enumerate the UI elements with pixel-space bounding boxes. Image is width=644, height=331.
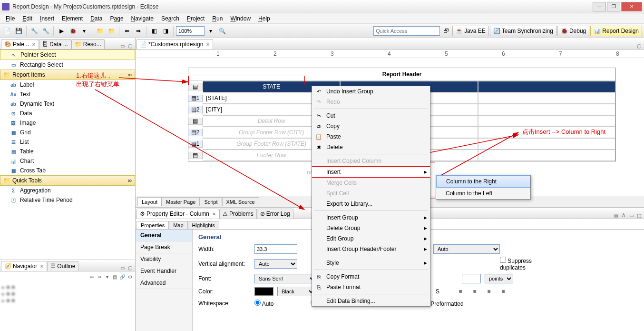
tab-problems[interactable]: ⚠Problems [219,209,257,219]
tool-button[interactable]: ◧ [149,26,159,36]
menu-insert[interactable]: Insert [36,14,58,23]
align-center-button[interactable]: ≡ [469,286,480,297]
ctx-copy-format[interactable]: ⎘Copy Format [312,271,430,282]
menu-navigate[interactable]: Navigate [127,14,157,23]
palette-item-list[interactable]: ☰List [0,137,135,147]
menu-data[interactable]: Data [87,14,106,23]
row-gutter-header[interactable]: ▤ [188,83,203,90]
menu-element[interactable]: Element [58,14,87,23]
menu-edit[interactable]: Edit [19,14,36,23]
tool-button[interactable]: 📁 [95,26,105,36]
align-right-button[interactable]: ≡ [484,286,494,297]
close-icon[interactable]: ✕ [212,211,216,217]
close-icon[interactable]: ✕ [40,264,44,269]
palette-item-image[interactable]: 🖼Image [0,118,135,128]
ctx-undo[interactable]: ↶Undo Insert Group [312,86,430,97]
maximize-view-icon[interactable]: ▢ [127,264,133,271]
suppress-checkbox[interactable] [500,257,506,263]
nav-menu-icon[interactable]: ⚙ [127,273,133,280]
tab-navigator[interactable]: 🧭Navigator✕ [1,261,47,271]
ctx-delete[interactable]: ✖Delete [312,142,430,152]
save-button[interactable]: 💾 [13,26,24,36]
ctx-insert-group-hf[interactable]: Insert Group Header/Footer▶ [312,244,430,254]
row-gutter-gfooter2[interactable]: ▤2 [188,129,203,136]
palette-group-report-items[interactable]: 📁Report Items∞ [0,70,135,80]
nav-tool-icon[interactable]: 🔗 [119,273,126,280]
new-button[interactable]: 📄 [2,26,12,36]
color-swatch[interactable] [254,287,273,296]
maximize-view-icon[interactable]: ▢ [127,42,133,49]
minimize-view-icon[interactable]: ▭ [628,212,634,219]
minimize-view-icon[interactable]: ▭ [119,264,126,271]
propcat-event-handler[interactable]: Event Handler [136,265,192,277]
ctx-edit-group[interactable]: Edit Group▶ [312,233,430,244]
color-select[interactable]: Black [277,287,315,296]
row-gutter-gfooter1[interactable]: ▤1 [188,140,203,148]
maximize-button[interactable]: ❐ [607,2,620,11]
view-tool-icon[interactable]: A [620,212,627,219]
ctx-copy[interactable]: ⧉Copy [312,121,430,131]
palette-item-grid[interactable]: ▦Grid [0,128,135,137]
tool-button[interactable]: ▾ [79,26,89,36]
width-unit-select[interactable]: Auto [433,244,500,254]
propcat-general[interactable]: General [136,230,192,241]
submenu-column-right[interactable]: Column to the Right [436,175,530,188]
ctx-cut[interactable]: ✂Cut [312,110,430,121]
ws-auto-radio[interactable] [254,300,261,306]
tool-button[interactable]: ➡ [133,26,144,36]
menu-search[interactable]: Search [157,14,183,23]
nav-tool-icon[interactable]: ▤ [111,273,118,280]
ctx-insert[interactable]: Insert▶ [312,166,430,178]
submenu-column-left[interactable]: Column to the Left [436,188,530,199]
tab-property-editor[interactable]: ⚙Property Editor - Column✕ [137,209,219,219]
minimize-button[interactable]: ― [593,2,606,11]
row-gutter-footer[interactable]: ▤ [188,152,203,159]
ctx-export[interactable]: Export to Library... [312,199,430,209]
palette-group-quick-tools[interactable]: 📁Quick Tools∞ [0,175,135,186]
nav-fwd-icon[interactable]: ⇒ [96,273,103,280]
row-gutter-detail[interactable]: ▤ [188,118,203,125]
menu-window[interactable]: Window [226,14,254,23]
font-unit-select[interactable]: points [485,274,513,283]
menu-run[interactable]: Run [208,14,226,23]
tool-button[interactable]: 🔧 [29,26,39,36]
debug-button[interactable]: 🐞 [68,26,78,36]
width-input[interactable] [254,244,297,254]
tool-button[interactable]: 🔧 [40,26,51,36]
menu-help[interactable]: Help [254,14,274,23]
tool-button[interactable]: ◨ [160,26,171,36]
view-tool-icon[interactable]: ▤ [613,212,619,219]
menu-page[interactable]: Page [107,14,127,23]
zoom-dropdown-button[interactable]: ▾ [205,26,216,36]
palette-item-label[interactable]: abLabel [0,80,135,90]
tab-palette[interactable]: 🎨Pale...✕ [1,39,39,49]
font-size-input[interactable] [462,274,481,283]
ctx-edit-data-binding[interactable]: Edit Data Binding... [312,296,430,306]
palette-item-chart[interactable]: 📊Chart [0,156,135,166]
propcat-page-break[interactable]: Page Break [136,241,192,253]
maximize-editor-icon[interactable]: ▢ [635,42,642,49]
tool-button[interactable]: 📁 [106,26,117,36]
palette-item-relative-time[interactable]: 🕐Relative Time Period [0,195,135,205]
align-left-button[interactable]: ≡ [455,286,466,297]
close-button[interactable]: ✕ [621,2,642,11]
quick-access-input[interactable] [373,26,440,36]
tab-master-page[interactable]: Master Page [162,197,200,206]
palette-rectangle-select[interactable]: ▭Rectangle Select [0,60,135,70]
tab-data[interactable]: 🗄Data ... [39,39,71,49]
tab-error-log[interactable]: ⊘Error Log [257,209,293,219]
nav-tool-icon[interactable]: ▾ [104,273,110,280]
editor-tab-customers[interactable]: 📄*Customers.rptdesign✕ [137,39,213,49]
tab-layout[interactable]: Layout [137,197,162,206]
tab-script[interactable]: Script [200,197,222,206]
palette-item-text[interactable]: A≡Text [0,90,135,99]
subtab-map[interactable]: Map [169,221,187,229]
palette-pointer-select[interactable]: ↖Pointer Select [0,50,135,60]
row-gutter-group1[interactable]: ▤1 [188,95,203,102]
menu-project[interactable]: Project [183,14,208,23]
tool-button[interactable]: ⬅ [122,26,132,36]
propcat-advanced[interactable]: Advanced [136,277,192,289]
ctx-delete-group[interactable]: Delete Group▶ [312,223,430,233]
ctx-style[interactable]: Style▶ [312,258,430,268]
perspective-debug[interactable]: 🐞Debug [557,26,589,36]
